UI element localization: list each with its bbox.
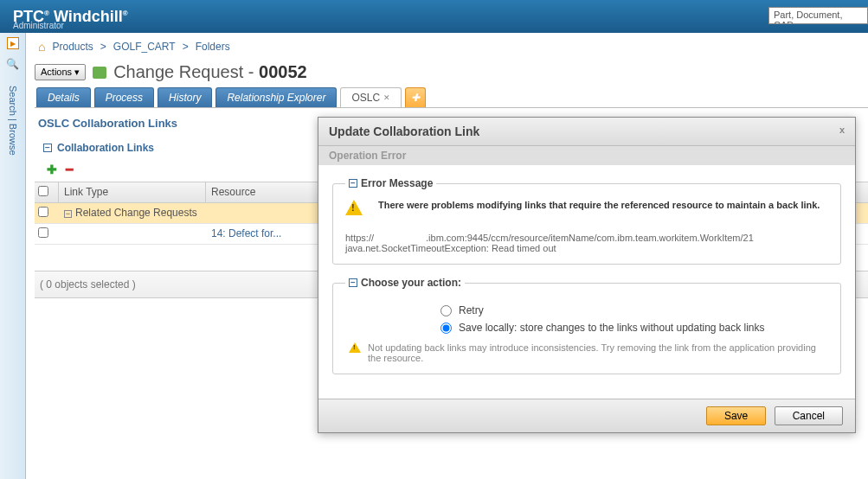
breadcrumb-products[interactable]: Products	[52, 41, 93, 53]
note-text: Not updating back links may introduce in…	[368, 342, 825, 363]
cancel-button[interactable]: Cancel	[775, 406, 843, 425]
save-locally-radio[interactable]	[440, 323, 452, 334]
remove-link-button[interactable]: ━	[66, 163, 73, 176]
tab-bar: Details Process History Relationship Exp…	[35, 87, 868, 108]
tab-process[interactable]: Process	[94, 87, 154, 107]
col-link-type[interactable]: Link Type	[59, 182, 206, 202]
retry-radio[interactable]	[440, 305, 452, 316]
dialog-title-bar[interactable]: Update Collaboration Link x	[318, 118, 855, 146]
tree-collapse-icon[interactable]: −	[64, 210, 72, 218]
global-search-input[interactable]: Part, Document, CAD	[768, 7, 868, 24]
left-rail: 🔍 Search | Browse	[0, 33, 26, 479]
update-collab-dialog: Update Collaboration Link x Operation Er…	[318, 117, 856, 433]
search-icon[interactable]: 🔍	[6, 58, 19, 70]
error-message-group: − Error Message There were problems modi…	[332, 177, 841, 265]
warning-icon	[345, 200, 363, 215]
tab-history[interactable]: History	[158, 87, 212, 107]
add-link-button[interactable]: ✚	[47, 163, 57, 176]
breadcrumb: ⌂ Products > GOLF_CART > Folders	[35, 40, 868, 54]
select-all-checkbox[interactable]	[38, 186, 48, 196]
warning-icon	[349, 342, 361, 353]
dialog-subtitle: Operation Error	[318, 146, 855, 165]
collapse-icon[interactable]: −	[349, 278, 357, 287]
breadcrumb-golfcart[interactable]: GOLF_CART	[113, 41, 176, 53]
error-text: There were problems modifying links that…	[378, 200, 820, 210]
save-button[interactable]: Save	[706, 406, 766, 425]
tab-add[interactable]: ✚	[405, 87, 426, 107]
collapse-icon[interactable]: −	[349, 179, 357, 188]
tab-oslc[interactable]: OSLC ✕	[340, 87, 402, 107]
choose-action-group: − Choose your action: Retry Save locally…	[332, 277, 841, 374]
admin-label: Administrator	[13, 21, 64, 30]
row-checkbox[interactable]	[38, 227, 48, 238]
tab-relationship-explorer[interactable]: Relationship Explorer	[215, 87, 337, 107]
collapse-icon[interactable]: −	[43, 144, 52, 152]
tab-details[interactable]: Details	[36, 87, 91, 107]
dialog-title: Update Collaboration Link	[329, 125, 479, 138]
redacted-host	[374, 234, 426, 243]
row-checkbox[interactable]	[38, 207, 48, 217]
rail-label[interactable]: Search | Browse	[8, 86, 18, 156]
change-request-icon	[93, 67, 106, 79]
error-detail: https://.ibm.com:9445/ccm/resource/itemN…	[345, 233, 828, 253]
app-header: PTC® Windchill® Administrator Part, Docu…	[0, 0, 868, 33]
save-locally-label: Save locally: store changes to the links…	[459, 322, 765, 334]
breadcrumb-folders[interactable]: Folders	[196, 41, 230, 53]
dialog-footer: Save Cancel	[318, 399, 855, 432]
home-icon[interactable]: ⌂	[38, 40, 45, 54]
page-title: Change Request - 00052	[113, 62, 307, 82]
expand-rail-icon[interactable]	[7, 37, 19, 49]
actions-dropdown[interactable]: Actions ▾	[35, 64, 86, 80]
retry-label: Retry	[459, 304, 484, 316]
close-icon[interactable]: x	[839, 125, 845, 138]
